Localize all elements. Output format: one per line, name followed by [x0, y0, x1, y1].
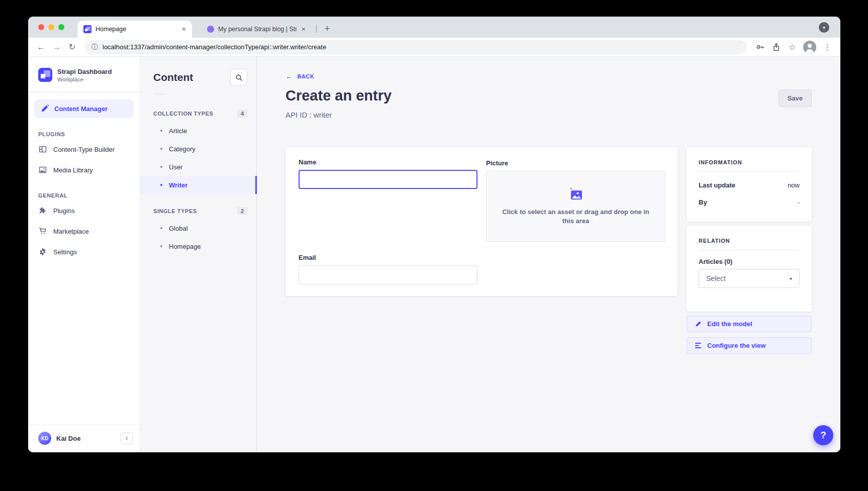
- sidebar-item-label: Plugins: [53, 207, 75, 215]
- dropzone-text: Click to select an asset or drag and dro…: [498, 208, 654, 226]
- close-tab-icon[interactable]: ×: [181, 25, 187, 34]
- pencil-icon: [695, 321, 702, 327]
- sidebar-item-label: Media Library: [53, 166, 93, 174]
- profile-avatar[interactable]: [803, 41, 816, 54]
- configure-view-button[interactable]: Configure the view: [687, 337, 812, 354]
- save-button[interactable]: Save: [779, 89, 812, 107]
- name-field-label: Name: [299, 158, 316, 166]
- strapi-favicon-icon: [83, 25, 91, 33]
- subnav-item-label: Writer: [169, 181, 187, 189]
- sidebar-item-label: Content-Type Builder: [53, 146, 115, 153]
- share-icon[interactable]: [769, 40, 783, 54]
- sidebar-item-label: Settings: [53, 248, 77, 256]
- browser-toolbar: ← → ↻ ⓘ localhost:1337/admin/content-man…: [28, 38, 840, 57]
- reload-button[interactable]: ↻: [65, 40, 79, 54]
- information-panel: INFORMATION Last update now By -: [687, 147, 812, 222]
- bullet-icon: [160, 184, 162, 186]
- sidebar-item-media-library[interactable]: Media Library: [28, 160, 140, 180]
- search-button[interactable]: [230, 69, 247, 86]
- browser-menu-icon[interactable]: ⋮: [820, 40, 834, 54]
- close-window-button[interactable]: [38, 24, 44, 30]
- close-tab-icon[interactable]: ×: [301, 25, 307, 34]
- pen-icon: [40, 105, 49, 113]
- divider: [699, 171, 800, 172]
- info-row-last-update: Last update now: [699, 181, 800, 189]
- sidebar-item-plugins[interactable]: Plugins: [28, 201, 140, 221]
- bullet-icon: [160, 148, 162, 150]
- api-id-subtitle: API ID : writer: [285, 111, 812, 119]
- edit-model-button[interactable]: Edit the model: [687, 316, 812, 332]
- chevron-down-icon: ▾: [823, 25, 825, 30]
- articles-field-label: Articles (0): [699, 258, 800, 265]
- blog-favicon-icon: [207, 26, 214, 33]
- tab-separator: [316, 25, 317, 33]
- strapi-admin: Strapi Dashboard Workplace Content Manag…: [28, 57, 840, 452]
- bullet-icon: [160, 227, 162, 229]
- side-panel: INFORMATION Last update now By - RELATIO…: [687, 147, 812, 354]
- image-icon: [38, 166, 47, 174]
- subnav-item-user[interactable]: User: [140, 158, 256, 176]
- chevron-down-icon: ▾: [790, 276, 792, 281]
- section-label: SINGLE TYPES: [153, 208, 197, 214]
- divider: [699, 250, 800, 250]
- zoom-window-button[interactable]: [58, 24, 64, 30]
- site-info-icon[interactable]: ⓘ: [91, 43, 98, 52]
- back-link[interactable]: ← BACK: [285, 72, 315, 80]
- new-tab-button[interactable]: +: [321, 24, 333, 34]
- tab-title: Homepage: [95, 26, 177, 33]
- name-input[interactable]: [299, 170, 477, 189]
- avatar: KD: [38, 432, 51, 445]
- email-input[interactable]: [299, 265, 477, 284]
- subnav-item-article[interactable]: Article: [140, 122, 256, 140]
- back-button[interactable]: ←: [34, 40, 48, 54]
- bookmark-star-icon[interactable]: ☆: [785, 40, 799, 54]
- picture-dropzone[interactable]: Click to select an asset or drag and dro…: [486, 171, 665, 242]
- gear-icon: [38, 248, 47, 256]
- sidebar-item-marketplace[interactable]: Marketplace: [28, 221, 140, 242]
- page-title: Create an entry: [285, 87, 392, 104]
- subnav-item-label: Article: [169, 127, 187, 135]
- password-key-icon[interactable]: [753, 40, 767, 54]
- panel-title: RELATION: [699, 238, 800, 244]
- browser-window: Homepage × My personal Strapi blog | Str…: [28, 17, 840, 452]
- search-tabs-button[interactable]: ▾: [819, 22, 829, 33]
- subnav-section-single-types: SINGLE TYPES 2 Global Homepage: [140, 207, 256, 255]
- bullet-icon: [160, 166, 162, 168]
- picture-field-label: Picture: [486, 159, 508, 167]
- count-badge: 2: [237, 207, 247, 215]
- subnav-title: Content: [153, 71, 193, 83]
- address-bar[interactable]: ⓘ localhost:1337/admin/content-manager/c…: [85, 40, 747, 54]
- subnav-item-label: Homepage: [169, 243, 201, 250]
- articles-select[interactable]: Select ▾: [699, 269, 800, 288]
- sidebar-item-content-manager[interactable]: Content Manager: [34, 100, 134, 118]
- subnav-item-label: Category: [169, 145, 196, 153]
- sidebar-section-general: GENERAL Plugins: [28, 192, 140, 262]
- section-label: COLLECTION TYPES: [153, 111, 213, 117]
- subnav-item-global[interactable]: Global: [140, 219, 256, 237]
- configure-lines-icon: [695, 342, 702, 349]
- subnav-item-homepage[interactable]: Homepage: [140, 237, 256, 255]
- sidebar-item-settings[interactable]: Settings: [28, 242, 140, 262]
- sidebar-item-content-type-builder[interactable]: Content-Type Builder: [28, 139, 140, 160]
- minimize-window-button[interactable]: [48, 24, 54, 30]
- count-badge: 4: [237, 110, 247, 118]
- workspace-title: Strapi Dashboard: [57, 68, 112, 76]
- email-field-label: Email: [299, 254, 316, 261]
- user-name[interactable]: Kai Doe: [56, 435, 80, 442]
- search-icon: [235, 74, 243, 81]
- bullet-icon: [160, 245, 162, 247]
- collapse-sidebar-button[interactable]: ‹: [121, 432, 133, 444]
- tab-homepage[interactable]: Homepage ×: [77, 21, 192, 38]
- entry-form-card: Name Picture Click to select an: [285, 147, 678, 296]
- forward-button[interactable]: →: [50, 40, 63, 54]
- tab-strip: Homepage × My personal Strapi blog | Str…: [28, 17, 840, 38]
- window-controls: [38, 24, 64, 30]
- tab-title: My personal Strapi blog | Strap: [218, 26, 297, 33]
- help-button[interactable]: ?: [813, 425, 833, 445]
- subnav-item-category[interactable]: Category: [140, 140, 256, 158]
- subnav-item-label: User: [169, 163, 182, 171]
- brand[interactable]: Strapi Dashboard Workplace: [28, 57, 140, 92]
- subnav-item-writer[interactable]: Writer: [140, 176, 256, 194]
- tab-blog[interactable]: My personal Strapi blog | Strap ×: [201, 21, 312, 38]
- info-row-by: By -: [699, 199, 800, 206]
